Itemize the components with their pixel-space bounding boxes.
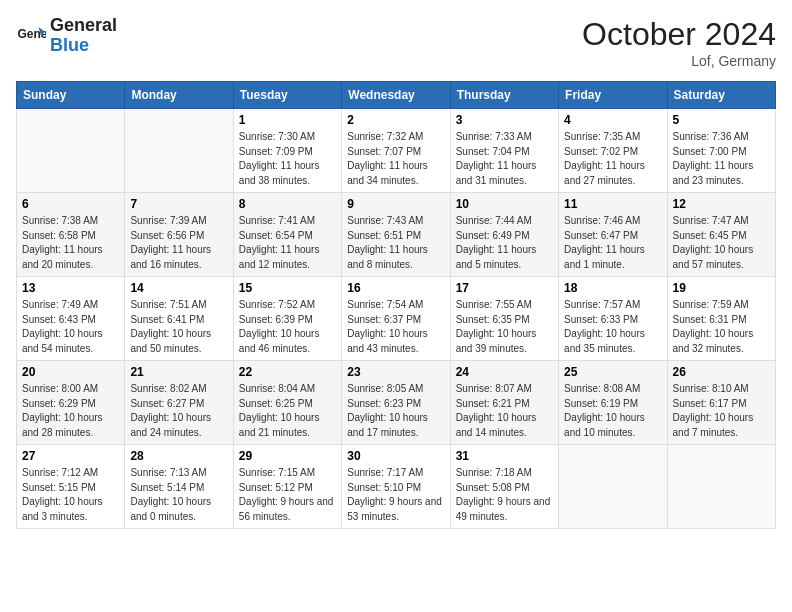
day-info: Sunrise: 7:38 AM Sunset: 6:58 PM Dayligh…: [22, 214, 119, 272]
day-number: 21: [130, 365, 227, 379]
logo-icon: General: [16, 21, 46, 51]
calendar-cell: 26Sunrise: 8:10 AM Sunset: 6:17 PM Dayli…: [667, 361, 775, 445]
day-number: 12: [673, 197, 770, 211]
calendar-cell: 31Sunrise: 7:18 AM Sunset: 5:08 PM Dayli…: [450, 445, 558, 529]
day-number: 17: [456, 281, 553, 295]
day-info: Sunrise: 7:44 AM Sunset: 6:49 PM Dayligh…: [456, 214, 553, 272]
day-number: 19: [673, 281, 770, 295]
day-info: Sunrise: 8:02 AM Sunset: 6:27 PM Dayligh…: [130, 382, 227, 440]
calendar-cell: 1Sunrise: 7:30 AM Sunset: 7:09 PM Daylig…: [233, 109, 341, 193]
day-number: 6: [22, 197, 119, 211]
day-number: 28: [130, 449, 227, 463]
page-header: General GeneralBlue October 2024 Lof, Ge…: [16, 16, 776, 69]
calendar-cell: 16Sunrise: 7:54 AM Sunset: 6:37 PM Dayli…: [342, 277, 450, 361]
title-block: October 2024 Lof, Germany: [582, 16, 776, 69]
day-info: Sunrise: 8:04 AM Sunset: 6:25 PM Dayligh…: [239, 382, 336, 440]
calendar-header-row: SundayMondayTuesdayWednesdayThursdayFrid…: [17, 82, 776, 109]
day-number: 30: [347, 449, 444, 463]
day-number: 4: [564, 113, 661, 127]
day-info: Sunrise: 8:10 AM Sunset: 6:17 PM Dayligh…: [673, 382, 770, 440]
calendar-cell: 5Sunrise: 7:36 AM Sunset: 7:00 PM Daylig…: [667, 109, 775, 193]
day-number: 29: [239, 449, 336, 463]
day-info: Sunrise: 8:08 AM Sunset: 6:19 PM Dayligh…: [564, 382, 661, 440]
calendar-cell: 19Sunrise: 7:59 AM Sunset: 6:31 PM Dayli…: [667, 277, 775, 361]
calendar-cell: 25Sunrise: 8:08 AM Sunset: 6:19 PM Dayli…: [559, 361, 667, 445]
weekday-header: Thursday: [450, 82, 558, 109]
calendar-cell: 28Sunrise: 7:13 AM Sunset: 5:14 PM Dayli…: [125, 445, 233, 529]
day-info: Sunrise: 7:47 AM Sunset: 6:45 PM Dayligh…: [673, 214, 770, 272]
calendar-cell: [667, 445, 775, 529]
calendar-cell: 4Sunrise: 7:35 AM Sunset: 7:02 PM Daylig…: [559, 109, 667, 193]
calendar-cell: 14Sunrise: 7:51 AM Sunset: 6:41 PM Dayli…: [125, 277, 233, 361]
day-number: 8: [239, 197, 336, 211]
day-info: Sunrise: 7:46 AM Sunset: 6:47 PM Dayligh…: [564, 214, 661, 272]
day-info: Sunrise: 7:32 AM Sunset: 7:07 PM Dayligh…: [347, 130, 444, 188]
day-number: 18: [564, 281, 661, 295]
calendar-week-row: 27Sunrise: 7:12 AM Sunset: 5:15 PM Dayli…: [17, 445, 776, 529]
calendar-cell: [559, 445, 667, 529]
day-number: 16: [347, 281, 444, 295]
logo: General GeneralBlue: [16, 16, 117, 56]
day-info: Sunrise: 7:18 AM Sunset: 5:08 PM Dayligh…: [456, 466, 553, 524]
calendar-cell: 29Sunrise: 7:15 AM Sunset: 5:12 PM Dayli…: [233, 445, 341, 529]
calendar-cell: 21Sunrise: 8:02 AM Sunset: 6:27 PM Dayli…: [125, 361, 233, 445]
weekday-header: Monday: [125, 82, 233, 109]
day-info: Sunrise: 8:05 AM Sunset: 6:23 PM Dayligh…: [347, 382, 444, 440]
day-info: Sunrise: 7:33 AM Sunset: 7:04 PM Dayligh…: [456, 130, 553, 188]
day-info: Sunrise: 7:30 AM Sunset: 7:09 PM Dayligh…: [239, 130, 336, 188]
day-number: 2: [347, 113, 444, 127]
day-info: Sunrise: 7:13 AM Sunset: 5:14 PM Dayligh…: [130, 466, 227, 524]
day-number: 26: [673, 365, 770, 379]
day-info: Sunrise: 7:52 AM Sunset: 6:39 PM Dayligh…: [239, 298, 336, 356]
day-number: 15: [239, 281, 336, 295]
weekday-header: Sunday: [17, 82, 125, 109]
day-info: Sunrise: 7:43 AM Sunset: 6:51 PM Dayligh…: [347, 214, 444, 272]
calendar-cell: 13Sunrise: 7:49 AM Sunset: 6:43 PM Dayli…: [17, 277, 125, 361]
calendar-cell: [125, 109, 233, 193]
calendar-body: 1Sunrise: 7:30 AM Sunset: 7:09 PM Daylig…: [17, 109, 776, 529]
day-number: 13: [22, 281, 119, 295]
calendar-cell: 23Sunrise: 8:05 AM Sunset: 6:23 PM Dayli…: [342, 361, 450, 445]
day-info: Sunrise: 7:15 AM Sunset: 5:12 PM Dayligh…: [239, 466, 336, 524]
day-info: Sunrise: 7:59 AM Sunset: 6:31 PM Dayligh…: [673, 298, 770, 356]
calendar-cell: 6Sunrise: 7:38 AM Sunset: 6:58 PM Daylig…: [17, 193, 125, 277]
day-info: Sunrise: 7:51 AM Sunset: 6:41 PM Dayligh…: [130, 298, 227, 356]
day-number: 22: [239, 365, 336, 379]
day-info: Sunrise: 8:00 AM Sunset: 6:29 PM Dayligh…: [22, 382, 119, 440]
calendar-cell: 10Sunrise: 7:44 AM Sunset: 6:49 PM Dayli…: [450, 193, 558, 277]
calendar-week-row: 6Sunrise: 7:38 AM Sunset: 6:58 PM Daylig…: [17, 193, 776, 277]
day-number: 1: [239, 113, 336, 127]
weekday-header: Tuesday: [233, 82, 341, 109]
calendar-cell: 11Sunrise: 7:46 AM Sunset: 6:47 PM Dayli…: [559, 193, 667, 277]
day-info: Sunrise: 7:17 AM Sunset: 5:10 PM Dayligh…: [347, 466, 444, 524]
day-number: 25: [564, 365, 661, 379]
day-number: 5: [673, 113, 770, 127]
calendar-cell: 15Sunrise: 7:52 AM Sunset: 6:39 PM Dayli…: [233, 277, 341, 361]
weekday-header: Friday: [559, 82, 667, 109]
calendar-cell: 30Sunrise: 7:17 AM Sunset: 5:10 PM Dayli…: [342, 445, 450, 529]
calendar-cell: 3Sunrise: 7:33 AM Sunset: 7:04 PM Daylig…: [450, 109, 558, 193]
calendar-week-row: 1Sunrise: 7:30 AM Sunset: 7:09 PM Daylig…: [17, 109, 776, 193]
calendar-cell: 2Sunrise: 7:32 AM Sunset: 7:07 PM Daylig…: [342, 109, 450, 193]
day-number: 11: [564, 197, 661, 211]
calendar-cell: 17Sunrise: 7:55 AM Sunset: 6:35 PM Dayli…: [450, 277, 558, 361]
day-info: Sunrise: 7:57 AM Sunset: 6:33 PM Dayligh…: [564, 298, 661, 356]
day-number: 9: [347, 197, 444, 211]
logo-text: GeneralBlue: [50, 16, 117, 56]
calendar-week-row: 20Sunrise: 8:00 AM Sunset: 6:29 PM Dayli…: [17, 361, 776, 445]
day-info: Sunrise: 7:35 AM Sunset: 7:02 PM Dayligh…: [564, 130, 661, 188]
calendar-table: SundayMondayTuesdayWednesdayThursdayFrid…: [16, 81, 776, 529]
calendar-week-row: 13Sunrise: 7:49 AM Sunset: 6:43 PM Dayli…: [17, 277, 776, 361]
calendar-cell: 24Sunrise: 8:07 AM Sunset: 6:21 PM Dayli…: [450, 361, 558, 445]
calendar-cell: 22Sunrise: 8:04 AM Sunset: 6:25 PM Dayli…: [233, 361, 341, 445]
day-number: 7: [130, 197, 227, 211]
weekday-header: Saturday: [667, 82, 775, 109]
day-number: 31: [456, 449, 553, 463]
calendar-cell: 8Sunrise: 7:41 AM Sunset: 6:54 PM Daylig…: [233, 193, 341, 277]
day-info: Sunrise: 7:39 AM Sunset: 6:56 PM Dayligh…: [130, 214, 227, 272]
day-info: Sunrise: 7:12 AM Sunset: 5:15 PM Dayligh…: [22, 466, 119, 524]
weekday-header: Wednesday: [342, 82, 450, 109]
day-info: Sunrise: 7:41 AM Sunset: 6:54 PM Dayligh…: [239, 214, 336, 272]
day-number: 14: [130, 281, 227, 295]
day-number: 20: [22, 365, 119, 379]
